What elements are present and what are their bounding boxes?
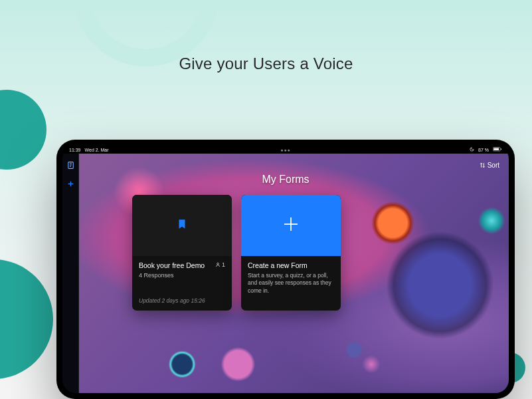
card-responses: 4 Responses xyxy=(139,272,225,279)
card-updated: Updated 2 days ago 15:26 xyxy=(132,297,232,311)
sort-icon xyxy=(480,162,486,168)
card-description: Start a survey, a quizz, or a poll, and … xyxy=(248,272,334,295)
plus-icon xyxy=(281,214,301,237)
multitask-dots-icon[interactable]: ●●● xyxy=(280,148,291,152)
decorative-circle xyxy=(0,90,46,170)
create-form-card[interactable]: Create a new Form Start a survey, a quiz… xyxy=(241,195,341,311)
hero-title: Give your Users a Voice xyxy=(0,55,532,73)
sort-label: Sort xyxy=(488,162,499,169)
bookmark-icon xyxy=(176,218,188,233)
moon-icon xyxy=(470,147,474,152)
sort-button[interactable]: Sort xyxy=(480,162,499,169)
card-title: Create a new Form xyxy=(248,261,334,270)
svg-point-4 xyxy=(217,263,219,265)
user-count-value: 1 xyxy=(222,261,225,268)
status-battery: 87 % xyxy=(478,148,489,152)
tablet-screen: 11:39 Wed 2. Mar 87 % ●●● xyxy=(62,146,509,393)
left-rail xyxy=(62,154,79,393)
battery-icon xyxy=(493,147,502,152)
user-icon xyxy=(215,262,221,267)
card-preview xyxy=(132,195,232,256)
cards-grid: Book your free Demo 1 4 Responses Update… xyxy=(132,195,341,311)
user-count: 1 xyxy=(215,261,225,268)
decorative-circle xyxy=(0,259,53,379)
page-title: My Forms xyxy=(62,174,509,186)
svg-rect-2 xyxy=(501,148,501,150)
tablet-frame: 11:39 Wed 2. Mar 87 % ●●● xyxy=(56,140,515,399)
card-preview xyxy=(241,195,341,256)
status-time: 11:39 xyxy=(69,148,81,152)
form-card-demo[interactable]: Book your free Demo 1 4 Responses Update… xyxy=(132,195,232,311)
card-title: Book your free Demo xyxy=(139,261,213,270)
status-date: Wed 2. Mar xyxy=(85,148,109,152)
svg-rect-1 xyxy=(493,148,499,151)
forms-tab-icon[interactable] xyxy=(66,160,75,170)
